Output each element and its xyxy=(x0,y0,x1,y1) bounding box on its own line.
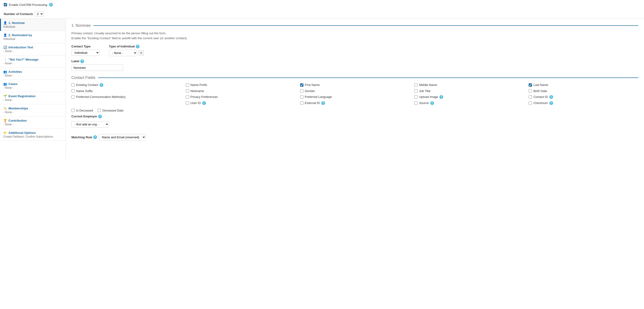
deceased-date-label: Deceased Date xyxy=(102,109,124,112)
sidebar-item-title-additional_options: 📁 Additional Options xyxy=(3,131,62,134)
field-checkbox-existing_contact[interactable] xyxy=(72,83,75,87)
field-item-birth_date: Birth Date xyxy=(529,89,638,93)
field-checkbox-name_prefix[interactable] xyxy=(186,83,189,87)
matching-rule-row: Matching Rule ? Name and Email (reserved… xyxy=(72,134,638,140)
sidebar-item-sub-nominated_by: Individual xyxy=(3,37,62,40)
field-label-checksum: Checksum xyxy=(534,101,548,105)
is-deceased-item: Is Deceased xyxy=(72,109,93,112)
contact-type-select[interactable]: Individual Organization Household xyxy=(72,50,100,56)
field-item-first_name: First Name xyxy=(300,83,410,87)
employer-row: - first add an org - xyxy=(72,121,638,128)
field-checkbox-birth_date[interactable] xyxy=(529,89,532,92)
field-checkbox-external_id[interactable] xyxy=(300,102,304,105)
field-label-name_prefix: Name Prefix xyxy=(190,83,208,87)
field-help-icon-contact_id[interactable]: ? xyxy=(549,95,553,99)
employer-help-icon[interactable]: ? xyxy=(98,114,102,118)
contact-fields-section: Contact Fields Existing Contact?Name Pre… xyxy=(72,76,638,140)
enable-civicrm-label: Enable CiviCRM Processing xyxy=(9,3,47,6)
field-empty xyxy=(72,101,181,105)
sidebar-item-not_you[interactable]: ❕ "Not You?" Message - None - xyxy=(0,56,66,68)
employer-select[interactable]: - first add an org - xyxy=(72,121,109,128)
deceased-row: Is Deceased Deceased Date xyxy=(72,109,638,112)
sidebar-item-additional_options[interactable]: 📁 Additional Options Create Fieldsets, C… xyxy=(0,129,66,141)
field-item-preferred_comm: Preferred Communication Method(s) xyxy=(72,95,181,99)
sidebar-icon-not_you: ❕ xyxy=(3,58,7,61)
sidebar-item-nominated_by[interactable]: 👤 2. Nominated by Individual xyxy=(0,31,66,43)
label-help-icon[interactable]: ? xyxy=(80,60,84,63)
field-checkbox-preferred_comm[interactable] xyxy=(72,95,75,98)
field-item-upload_image: Upload Image? xyxy=(414,95,524,99)
current-employer-group: Current Employer ? - first add an org - xyxy=(72,114,638,131)
field-help-icon-source[interactable]: ? xyxy=(430,101,434,105)
field-checkbox-nickname[interactable] xyxy=(186,89,189,92)
sidebar: 👤 1. Nominee Individual 👤 2. Nominated b… xyxy=(0,19,66,160)
sidebar-item-contribution[interactable]: 🏆 Contribution - None - xyxy=(0,116,66,129)
field-checkbox-middle_name[interactable] xyxy=(414,83,418,87)
section-title: 1. Nominee xyxy=(72,24,91,28)
enable-help-icon[interactable]: ? xyxy=(49,3,53,6)
sidebar-icon-nominee: 👤 xyxy=(3,21,7,25)
deceased-date-checkbox[interactable] xyxy=(98,109,101,112)
sidebar-item-memberships[interactable]: 🏷️ Memberships - None - xyxy=(0,104,66,116)
sidebar-item-title-memberships: 🏷️ Memberships xyxy=(3,106,62,110)
field-checkbox-name_suffix[interactable] xyxy=(72,89,75,92)
field-checkbox-checksum[interactable] xyxy=(529,102,532,105)
type-individual-help-icon[interactable]: ? xyxy=(136,44,140,48)
field-checkbox-preferred_language[interactable] xyxy=(300,95,304,98)
field-item-preferred_language: Preferred Language xyxy=(300,95,410,99)
sidebar-item-activities[interactable]: 👥 Activities - None - xyxy=(0,68,66,80)
sidebar-item-sub-cases: - None - xyxy=(3,86,62,90)
is-deceased-checkbox[interactable] xyxy=(72,109,75,112)
sidebar-item-nominee[interactable]: 👤 1. Nominee Individual xyxy=(0,19,66,31)
field-label-gender: Gender xyxy=(305,89,315,93)
sidebar-item-intro_text[interactable]: 🔄 Introduction Text - None - xyxy=(0,43,66,56)
sidebar-item-event_registration[interactable]: 🌱 Event Registration - None - xyxy=(0,92,66,104)
field-item-contact_id: Contact ID? xyxy=(529,95,638,99)
field-item-checksum: Checksum? xyxy=(529,101,638,105)
field-label-preferred_language: Preferred Language xyxy=(305,95,332,98)
contacts-select[interactable]: 2 1 3 4 5 xyxy=(35,11,44,17)
enable-civicrm-checkbox[interactable] xyxy=(4,3,7,6)
field-item-existing_contact: Existing Contact? xyxy=(72,83,181,87)
field-item-privacy_preferences: Privacy Preferences xyxy=(186,95,296,99)
field-checkbox-last_name[interactable] xyxy=(529,83,532,87)
sidebar-icon-additional_options: 📁 xyxy=(3,131,7,134)
sidebar-icon-event_registration: 🌱 xyxy=(3,94,7,98)
field-checkbox-privacy_preferences[interactable] xyxy=(186,95,189,98)
field-label-existing_contact: Existing Contact xyxy=(76,83,98,87)
field-help-icon-checksum[interactable]: ? xyxy=(549,101,553,105)
field-item-job_title: Job Title xyxy=(414,89,524,93)
field-label-contact_id: Contact ID xyxy=(534,95,548,98)
label-input[interactable] xyxy=(72,64,123,71)
field-help-icon-upload_image[interactable]: ? xyxy=(440,95,443,99)
field-label-middle_name: Middle Name xyxy=(419,83,437,87)
contact-fields-line xyxy=(98,78,638,78)
field-checkbox-gender[interactable] xyxy=(300,89,304,92)
add-type-button[interactable]: + xyxy=(138,50,144,56)
matching-rule-help-icon[interactable]: ? xyxy=(93,135,97,139)
field-help-icon-external_id[interactable]: ? xyxy=(321,101,325,105)
sidebar-item-sub-activities: - None - xyxy=(3,74,62,77)
field-checkbox-first_name[interactable] xyxy=(300,83,304,87)
field-label-last_name: Last Name xyxy=(534,83,548,87)
sidebar-item-title-activities: 👥 Activities xyxy=(3,70,62,74)
field-label-birth_date: Birth Date xyxy=(534,89,547,93)
sidebar-item-cases[interactable]: 👥 Cases - None - xyxy=(0,80,66,92)
sidebar-item-title-not_you: ❕ "Not You?" Message xyxy=(3,58,62,61)
label-group: Label ? xyxy=(72,60,638,71)
field-label-privacy_preferences: Privacy Preferences xyxy=(190,95,218,98)
field-checkbox-source[interactable] xyxy=(414,102,418,105)
type-individual-select[interactable]: - None - xyxy=(109,50,137,56)
field-label-upload_image: Upload Image xyxy=(419,95,438,98)
contact-fields-header: Contact Fields xyxy=(72,76,638,80)
nominee-section-header: 1. Nominee xyxy=(72,24,638,28)
matching-rule-select[interactable]: Name and Email (reserved) Email Only Nam… xyxy=(99,134,146,140)
field-help-icon-user_id[interactable]: ? xyxy=(202,101,206,105)
field-checkbox-user_id[interactable] xyxy=(186,102,189,105)
sidebar-item-title-nominee: 👤 1. Nominee xyxy=(3,21,62,25)
field-checkbox-job_title[interactable] xyxy=(414,89,418,92)
contact-type-group: Contact Type Individual Organization Hou… xyxy=(72,44,100,56)
field-checkbox-upload_image[interactable] xyxy=(414,95,418,98)
field-help-icon-existing_contact[interactable]: ? xyxy=(100,83,103,87)
field-checkbox-contact_id[interactable] xyxy=(529,95,532,98)
